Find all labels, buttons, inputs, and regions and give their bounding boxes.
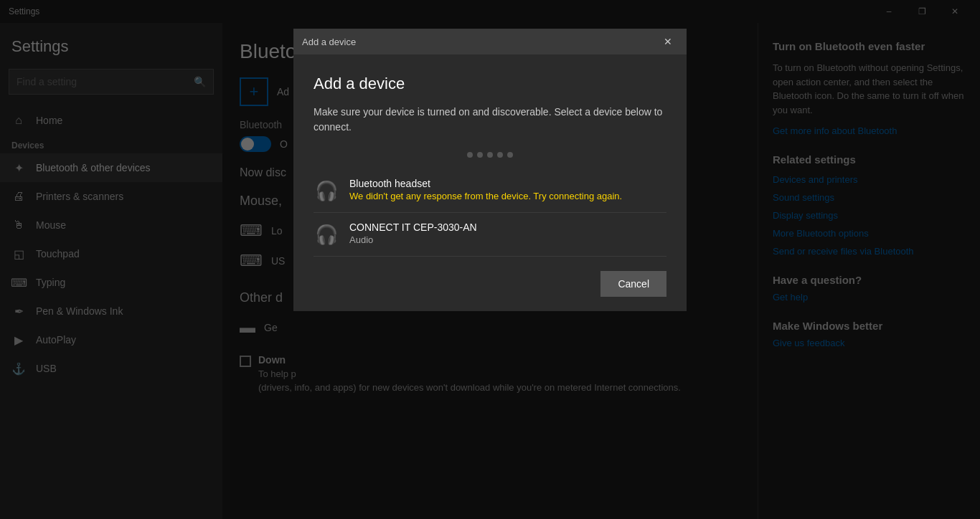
modal-close-button[interactable]: ✕	[658, 32, 678, 52]
device-info-1: CONNECT IT CEP-3030-AN Audio	[349, 222, 666, 245]
cancel-button[interactable]: Cancel	[600, 271, 666, 297]
add-device-modal: Add a device ✕ Add a device Make sure yo…	[293, 29, 687, 311]
modal-heading: Add a device	[314, 75, 666, 93]
device-status-1: Audio	[349, 234, 666, 245]
dot-1	[467, 152, 473, 158]
modal-titlebar-title: Add a device	[302, 37, 658, 47]
dot-2	[477, 152, 483, 158]
device-item-1[interactable]: 🎧 CONNECT IT CEP-3030-AN Audio	[314, 213, 666, 257]
device-item-0[interactable]: 🎧 Bluetooth headset We didn't get any re…	[314, 169, 666, 213]
dot-5	[507, 152, 513, 158]
device-name-1: CONNECT IT CEP-3030-AN	[349, 222, 666, 233]
device-info-0: Bluetooth headset We didn't get any resp…	[349, 178, 666, 201]
device-name-0: Bluetooth headset	[349, 178, 666, 189]
headphone-icon-1: 🎧	[314, 222, 339, 247]
headphone-icon-0: 🎧	[314, 178, 339, 204]
dot-3	[487, 152, 493, 158]
dot-4	[497, 152, 503, 158]
modal-description: Make sure your device is turned on and d…	[314, 105, 666, 135]
modal-body: Add a device Make sure your device is tu…	[293, 54, 687, 257]
loading-dots	[314, 152, 666, 158]
modal-overlay: Add a device ✕ Add a device Make sure yo…	[0, 0, 980, 519]
modal-titlebar: Add a device ✕	[293, 29, 687, 54]
device-status-0: We didn't get any response from the devi…	[349, 191, 666, 201]
modal-footer: Cancel	[293, 257, 687, 311]
